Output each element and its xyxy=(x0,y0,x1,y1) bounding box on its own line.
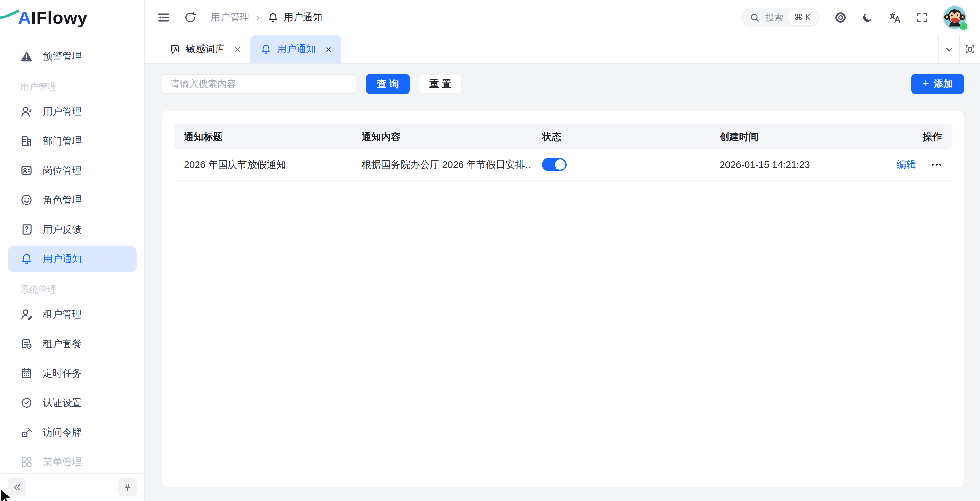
content-fullscreen-button[interactable] xyxy=(959,35,980,63)
sidebar-footer xyxy=(0,473,144,501)
reset-button[interactable]: 重 置 xyxy=(418,74,462,94)
sidebar-item-label: 认证设置 xyxy=(43,396,82,410)
more-actions-button[interactable] xyxy=(931,160,942,169)
sidebar-item-label: 租户管理 xyxy=(43,308,82,321)
sidebar-item-tenant-package[interactable]: 租户套餐 xyxy=(8,331,137,357)
table-card: 通知标题 通知内容 状态 创建时间 操作 2026 年国庆节放假通知 根据国务院… xyxy=(162,111,964,487)
cell-notice-title: 2026 年国庆节放假通知 xyxy=(174,158,352,171)
moon-icon xyxy=(861,11,873,24)
bell-icon xyxy=(267,12,279,23)
column-header-content: 通知内容 xyxy=(352,130,532,144)
sidebar-item-label: 访问令牌 xyxy=(43,426,82,439)
indent-menu-icon xyxy=(157,11,170,24)
table-header-row: 通知标题 通知内容 状态 创建时间 操作 xyxy=(174,124,952,149)
plug-icon xyxy=(20,426,33,439)
close-icon[interactable]: × xyxy=(326,44,332,54)
cell-status xyxy=(532,158,710,171)
sidebar-item-label: 菜单管理 xyxy=(43,455,82,469)
global-search-button[interactable]: 搜索 ⌘ K xyxy=(741,8,820,27)
user-avatar[interactable] xyxy=(942,5,967,30)
sidebar-item-label: 定时任务 xyxy=(43,367,82,380)
certificate-check-icon xyxy=(20,396,33,409)
chevron-down-icon xyxy=(944,44,955,55)
warning-icon xyxy=(20,49,33,63)
sidebar-item-auth-settings[interactable]: 认证设置 xyxy=(8,390,137,415)
tab-user-notification[interactable]: 用户通知 × xyxy=(250,35,342,63)
column-header-actions: 操作 xyxy=(891,130,952,144)
settings-button[interactable] xyxy=(834,11,847,24)
sidebar-item-label: 用户通知 xyxy=(43,252,82,266)
refresh-icon xyxy=(184,11,197,24)
sidebar-item-role-management[interactable]: 角色管理 xyxy=(8,187,137,212)
close-icon[interactable]: × xyxy=(234,44,240,54)
tab-label: 敏感词库 xyxy=(186,43,225,56)
sidebar-item-label: 用户反馈 xyxy=(43,223,82,236)
cell-notice-content: 根据国务院办公厅 2026 年节假日安排… xyxy=(352,158,532,171)
topbar: 用户管理 › 用户通知 搜索 xyxy=(145,0,980,35)
tabbar: 敏感词库 × 用户通知 × xyxy=(145,35,980,63)
sidebar-pin-button[interactable] xyxy=(118,478,137,496)
sidebar-item-department-management[interactable]: 部门管理 xyxy=(8,128,137,154)
sidebar-item-alert-management[interactable]: 预警管理 xyxy=(8,43,137,69)
page-content: 查 询 重 置 + 添加 通知标题 通知内容 状态 创建时间 操作 2026 年… xyxy=(145,63,980,501)
id-badge-icon xyxy=(20,164,33,177)
translate-icon xyxy=(888,11,902,24)
sidebar-item-user-feedback[interactable]: 用户反馈 xyxy=(8,217,137,242)
pin-icon xyxy=(123,482,132,492)
sidebar-menu: 预警管理 用户管理 用户管理 部门管 xyxy=(0,35,144,473)
logo-text: AIFlowy xyxy=(18,8,88,27)
search-label: 搜索 xyxy=(765,11,783,24)
list-circle-icon xyxy=(20,337,33,350)
double-chevron-left-icon xyxy=(12,482,22,492)
sidebar-item-user-notification[interactable]: 用户通知 xyxy=(8,246,137,271)
group-label-system-management: 系统管理 xyxy=(0,276,144,302)
tab-label: 用户通知 xyxy=(277,43,316,56)
tab-list-dropdown-button[interactable] xyxy=(939,35,959,63)
sidebar-item-label: 预警管理 xyxy=(43,49,82,63)
main-area: 用户管理 › 用户通知 搜索 xyxy=(145,0,980,501)
online-status-dot xyxy=(959,22,967,30)
search-input[interactable] xyxy=(162,74,356,94)
plus-icon: + xyxy=(922,78,929,90)
cell-created-time: 2026-01-15 14:21:23 xyxy=(710,159,891,170)
fullscreen-button[interactable] xyxy=(916,11,928,24)
feedback-doc-icon xyxy=(20,223,33,236)
app-logo: AIFlowy xyxy=(0,0,144,35)
sidebar-item-label: 部门管理 xyxy=(43,135,82,148)
breadcrumb-parent[interactable]: 用户管理 xyxy=(210,11,250,24)
status-toggle[interactable] xyxy=(542,158,566,171)
content-fullscreen-icon xyxy=(964,44,975,55)
language-button[interactable] xyxy=(888,11,902,24)
column-header-created: 创建时间 xyxy=(710,130,891,144)
calendar-icon xyxy=(20,367,33,380)
sidebar-item-label: 岗位管理 xyxy=(43,164,82,177)
building-icon xyxy=(20,135,33,147)
bell-icon xyxy=(260,43,272,55)
dark-mode-button[interactable] xyxy=(861,11,873,24)
tab-sensitive-words[interactable]: 敏感词库 × xyxy=(159,35,250,63)
sidebar: AIFlowy 预警管理 用户管理 xyxy=(0,0,145,501)
sidebar-item-label: 租户套餐 xyxy=(43,337,82,350)
sidebar-collapse-button[interactable] xyxy=(8,478,26,496)
edit-link[interactable]: 编辑 xyxy=(897,158,916,171)
sidebar-item-label: 用户管理 xyxy=(43,105,82,118)
sensitive-words-icon xyxy=(169,43,181,55)
column-header-title: 通知标题 xyxy=(174,130,352,144)
sidebar-item-menu-management[interactable]: 菜单管理 xyxy=(8,449,137,473)
sidebar-item-position-management[interactable]: 岗位管理 xyxy=(8,158,137,183)
sidebar-item-label: 角色管理 xyxy=(43,193,82,207)
sidebar-toggle-button[interactable] xyxy=(157,11,170,24)
search-toolbar: 查 询 重 置 + 添加 xyxy=(162,74,964,94)
sidebar-item-user-management[interactable]: 用户管理 xyxy=(8,99,137,124)
sidebar-item-tenant-management[interactable]: 租户管理 xyxy=(8,302,137,327)
fullscreen-icon xyxy=(916,11,928,24)
search-shortcut-kbd: ⌘ K xyxy=(788,10,816,25)
user-icon xyxy=(20,105,33,118)
add-button[interactable]: + 添加 xyxy=(911,74,964,94)
refresh-button[interactable] xyxy=(184,11,197,24)
table-row: 2026 年国庆节放假通知 根据国务院办公厅 2026 年节假日安排… 2026… xyxy=(174,149,952,181)
query-button[interactable]: 查 询 xyxy=(366,74,410,94)
logo-swoosh-decoration xyxy=(0,10,21,19)
sidebar-item-access-token[interactable]: 访问令牌 xyxy=(8,420,137,445)
sidebar-item-scheduled-tasks[interactable]: 定时任务 xyxy=(8,361,137,386)
